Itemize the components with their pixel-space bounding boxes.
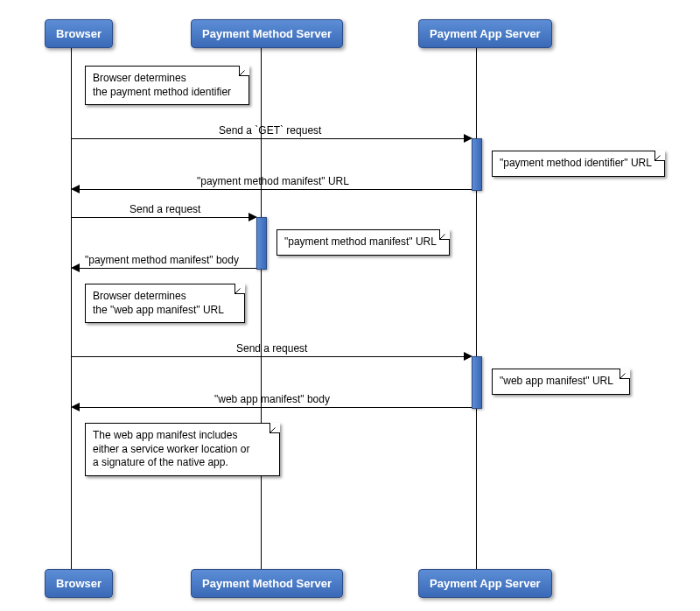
participant-pms-top: Payment Method Server [191,19,343,48]
arrow-m2 [80,189,472,190]
lifeline-browser [71,48,72,569]
arrow-m5 [71,356,467,357]
arrow-m6 [80,407,472,408]
note-web-app-manifest-includes: The web app manifest includes either a s… [85,423,280,476]
arrowhead-m2 [71,185,80,193]
note-line: either a service worker location or [93,443,249,455]
note-line: Browser determines [93,72,186,84]
activation-pas-2 [472,356,482,409]
arrow-m1 [71,138,467,139]
note-browser-determines-identifier: Browser determines the payment method id… [85,66,249,105]
msg-payment-method-manifest-url: "payment method manifest" URL [197,175,349,187]
arrow-m3 [71,217,252,218]
note-payment-method-identifier-url: "payment method identifier" URL [492,151,665,177]
participant-pas-top: Payment App Server [418,19,552,48]
note-payment-method-manifest-url: "payment method manifest" URL [276,229,450,256]
arrow-m4 [80,268,256,269]
note-line: The web app manifest includes [93,429,237,441]
note-line: the payment method identifier [93,86,231,98]
participant-pms-bottom: Payment Method Server [191,569,343,598]
note-line: the "web app manifest" URL [93,304,224,316]
msg-send-get-request: Send a `GET` request [219,124,321,137]
note-web-app-manifest-url: "web app manifest" URL [492,369,630,395]
msg-payment-method-manifest-body: "payment method manifest" body [85,254,239,266]
note-line: a signature of the native app. [93,456,228,468]
lifeline-pas [476,48,477,569]
note-line: Browser determines [93,290,186,302]
note-browser-determines-webapp-url: Browser determines the "web app manifest… [85,284,245,323]
msg-web-app-manifest-body: "web app manifest" body [214,393,330,405]
participant-pas-bottom: Payment App Server [418,569,552,598]
arrowhead-m6 [71,403,80,411]
activation-pas-1 [472,138,482,191]
participant-browser-top: Browser [45,19,113,48]
msg-send-request-pms: Send a request [130,203,200,215]
arrowhead-m4 [71,263,80,272]
activation-pms [256,217,267,270]
participant-browser-bottom: Browser [45,569,113,598]
msg-send-request-pas2: Send a request [236,342,307,355]
